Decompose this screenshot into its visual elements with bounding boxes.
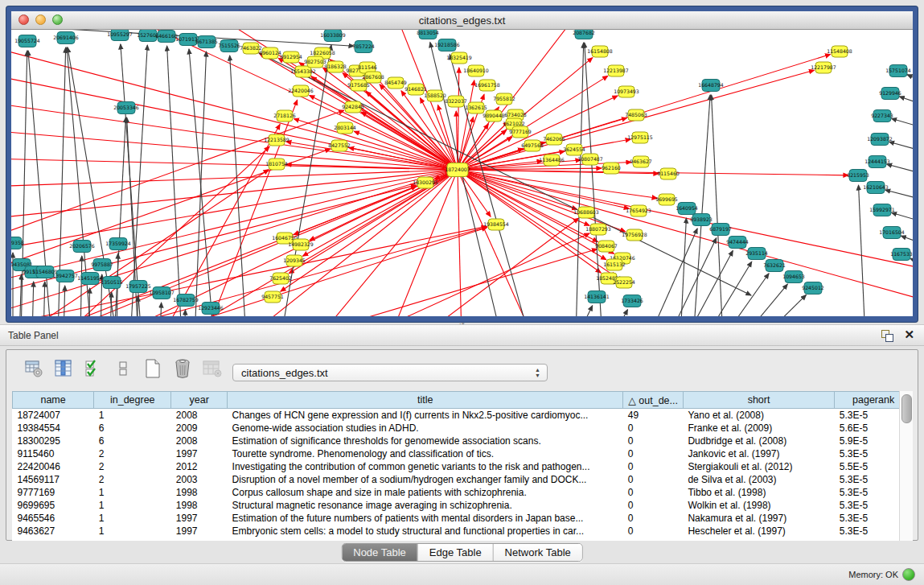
graph-edge[interactable] [910, 258, 913, 269]
graph-node[interactable]: 19384554 [483, 219, 509, 230]
graph-node[interactable]: 962160 [602, 163, 621, 174]
graph-node[interactable]: 19218586 [434, 39, 460, 51]
graph-node[interactable]: 17359924 [105, 238, 131, 250]
graph-node[interactable]: 16210643 [863, 182, 889, 194]
graph-edge[interactable] [901, 236, 913, 247]
graph-node[interactable]: 2087682 [573, 30, 595, 39]
graph-node[interactable]: 12217987 [811, 62, 836, 73]
table-source-dropdown[interactable]: citations_edges.txt ▲▼ [232, 364, 548, 381]
graph-node[interactable]: 19055724 [14, 35, 40, 47]
graph-node[interactable]: 8454749 [384, 77, 407, 89]
graph-edge[interactable] [294, 119, 458, 170]
graph-edge[interactable] [576, 306, 593, 316]
graph-edge[interactable] [685, 251, 733, 316]
table-row[interactable]: 946362711997Embryonic stem cells: a mode… [13, 525, 913, 538]
graph-node[interactable]: 6466160 [155, 31, 178, 43]
table-row[interactable]: 1456911722003Disruption of a novel membe… [13, 473, 913, 486]
graph-node[interactable]: 1588520 [424, 90, 446, 101]
column-header-name[interactable]: name [13, 392, 94, 409]
table-scrollbar[interactable] [899, 391, 913, 541]
graph-node[interactable]: 9827503 [304, 56, 326, 68]
network-canvas[interactable]: 1872400718300295193845547463822896012489… [11, 30, 913, 316]
graph-node[interactable]: 16961758 [474, 80, 500, 91]
graph-edge[interactable] [132, 30, 458, 170]
graph-edge[interactable] [712, 95, 723, 316]
graph-edge[interactable] [889, 142, 913, 154]
graph-edge[interactable] [741, 284, 787, 316]
graph-node[interactable]: 7857224 [352, 41, 375, 53]
graph-edge[interactable] [167, 46, 182, 316]
graph-node[interactable]: 11364486 [539, 154, 565, 166]
graph-node[interactable]: 9227343 [871, 110, 893, 122]
graph-node[interactable]: 2522254 [613, 277, 635, 288]
tab-node-table[interactable]: Node Table [342, 544, 418, 561]
tab-edge-table[interactable]: Edge Table [418, 544, 494, 561]
graph-node[interactable]: 18325419 [446, 52, 472, 64]
close-panel-icon[interactable]: ✕ [904, 328, 914, 341]
show-columns-button[interactable] [52, 357, 75, 380]
graph-node[interactable]: 16782759 [173, 295, 199, 307]
graph-node[interactable]: 8427552 [328, 140, 351, 151]
graph-edge[interactable] [458, 170, 848, 175]
graph-edge[interactable] [389, 170, 458, 316]
network-window-titlebar[interactable]: citations_edges.txt [11, 11, 913, 30]
graph-edge[interactable] [417, 218, 578, 316]
table-row[interactable]: 2242004622012Investigating the contribut… [13, 460, 913, 473]
table-row[interactable]: 946554611997Estimation of the future num… [13, 512, 913, 525]
graph-node[interactable]: 12444153 [864, 156, 890, 168]
graph-node[interactable]: 9699695 [655, 194, 678, 205]
graph-node[interactable]: 12923446 [198, 303, 224, 315]
graph-node[interactable]: 18724007 [445, 163, 470, 177]
graph-node[interactable]: 6879197 [709, 224, 732, 236]
graph-node[interactable]: 9245012 [802, 282, 824, 295]
graph-node[interactable]: 20691406 [53, 32, 79, 44]
graph-edge[interactable] [648, 229, 697, 316]
graph-node[interactable]: 12975115 [627, 132, 653, 143]
graph-edge[interactable] [458, 170, 657, 198]
graph-edge[interactable] [19, 274, 22, 316]
table-row[interactable]: 1938455462009Genome-wide association stu… [13, 422, 913, 435]
graph-edge[interactable] [458, 170, 629, 208]
graph-edge[interactable] [576, 43, 584, 316]
graph-node[interactable]: 9457751 [261, 291, 284, 303]
graph-node[interactable]: 1350515 [101, 277, 123, 289]
delete-column-button[interactable] [171, 357, 194, 380]
memory-status-icon[interactable] [902, 568, 915, 581]
graph-edge[interactable] [32, 282, 34, 316]
graph-node[interactable]: 2718126 [273, 110, 296, 122]
graph-node[interactable]: 3624554 [563, 144, 585, 155]
graph-edge[interactable] [458, 170, 577, 209]
graph-node[interactable]: 11548408 [827, 46, 852, 57]
graph-node[interactable]: 7485063 [625, 109, 647, 121]
graph-node[interactable]: 8215953 [847, 170, 869, 182]
column-header-short[interactable]: short [683, 392, 834, 409]
table-row[interactable]: 1830029562008Estimation of significance … [13, 435, 913, 447]
graph-edge[interactable] [722, 274, 769, 316]
graph-node[interactable]: 22420046 [288, 85, 314, 97]
graph-node[interactable]: 1733426 [621, 295, 643, 307]
graph-edge[interactable] [907, 75, 913, 85]
graph-node[interactable]: 8960124 [259, 47, 281, 59]
minimize-window-button[interactable] [35, 14, 46, 25]
graph-node[interactable]: 10958107 [149, 287, 175, 299]
graph-edge[interactable] [761, 295, 806, 316]
graph-node[interactable]: 16648794 [698, 80, 724, 92]
graph-node[interactable]: 9242848 [342, 101, 364, 113]
graph-node[interactable]: 7625402 [269, 273, 292, 284]
graph-node[interactable]: 9084067 [595, 241, 618, 252]
graph-edge[interactable] [184, 310, 186, 316]
graph-node[interactable]: 15751074 [885, 65, 911, 77]
graph-node[interactable]: 1209345 [283, 255, 306, 266]
graph-node[interactable]: 9474444 [726, 237, 749, 249]
column-header-out_de[interactable]: △ out_de... [623, 392, 684, 409]
graph-node[interactable]: 9463627 [630, 156, 652, 167]
graph-edge[interactable] [667, 238, 717, 316]
graph-edge[interactable] [885, 190, 913, 202]
graph-node[interactable]: 11451954 [77, 273, 103, 285]
graph-edge[interactable] [899, 97, 913, 108]
graph-node[interactable]: 18640910 [463, 65, 489, 76]
graph-node[interactable]: 9777169 [509, 126, 532, 138]
graph-node[interactable]: 1362615 [465, 102, 487, 113]
tab-network-table[interactable]: Network Table [494, 544, 582, 561]
float-panel-icon[interactable] [881, 330, 893, 342]
